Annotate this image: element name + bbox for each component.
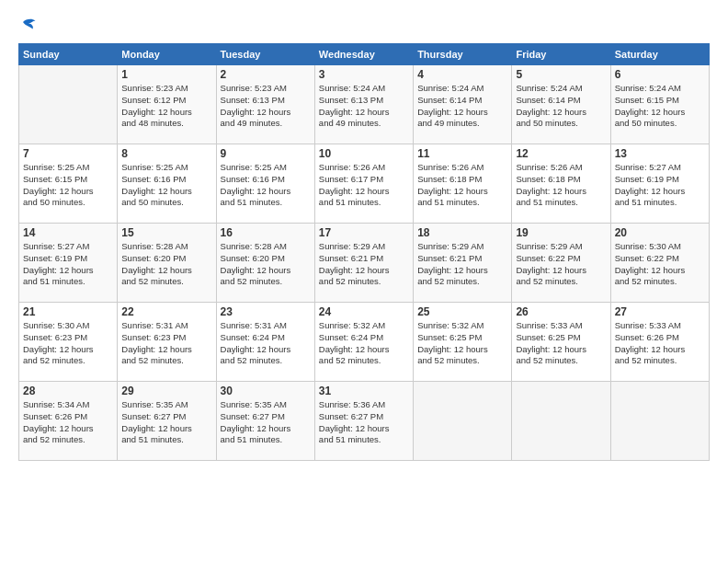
day-of-week-header: Thursday	[414, 44, 512, 65]
day-of-week-header: Sunday	[19, 44, 118, 65]
calendar-cell: 20Sunrise: 5:30 AMSunset: 6:22 PMDayligh…	[610, 224, 709, 303]
calendar-week-row: 7Sunrise: 5:25 AMSunset: 6:15 PMDaylight…	[19, 144, 710, 224]
day-number: 20	[615, 226, 705, 239]
day-detail: Sunrise: 5:32 AMSunset: 6:24 PMDaylight:…	[319, 320, 409, 367]
day-detail: Sunrise: 5:24 AMSunset: 6:14 PMDaylight:…	[417, 83, 507, 130]
calendar-cell: 4Sunrise: 5:24 AMSunset: 6:14 PMDaylight…	[414, 65, 512, 144]
calendar-cell: 24Sunrise: 5:32 AMSunset: 6:24 PMDayligh…	[314, 303, 413, 382]
day-detail: Sunrise: 5:31 AMSunset: 6:23 PMDaylight:…	[121, 320, 211, 367]
day-of-week-header: Saturday	[610, 44, 709, 65]
calendar-cell: 14Sunrise: 5:27 AMSunset: 6:19 PMDayligh…	[19, 224, 118, 303]
logo-bird-icon	[20, 17, 37, 33]
day-number: 31	[319, 385, 409, 397]
day-of-week-header: Friday	[512, 44, 610, 65]
day-detail: Sunrise: 5:24 AMSunset: 6:13 PMDaylight:…	[319, 83, 409, 130]
calendar-cell: 15Sunrise: 5:28 AMSunset: 6:20 PMDayligh…	[118, 224, 216, 303]
calendar-cell: 13Sunrise: 5:27 AMSunset: 6:19 PMDayligh…	[610, 144, 709, 224]
day-detail: Sunrise: 5:28 AMSunset: 6:20 PMDaylight:…	[121, 241, 211, 288]
calendar-cell: 27Sunrise: 5:33 AMSunset: 6:26 PMDayligh…	[610, 303, 709, 382]
day-of-week-header: Wednesday	[314, 44, 413, 65]
day-number: 17	[319, 226, 409, 239]
day-detail: Sunrise: 5:24 AMSunset: 6:15 PMDaylight:…	[615, 83, 705, 130]
calendar-body: 1Sunrise: 5:23 AMSunset: 6:12 PMDaylight…	[19, 65, 710, 461]
calendar-cell: 25Sunrise: 5:32 AMSunset: 6:25 PMDayligh…	[414, 303, 512, 382]
calendar-cell: 1Sunrise: 5:23 AMSunset: 6:12 PMDaylight…	[118, 65, 216, 144]
day-detail: Sunrise: 5:36 AMSunset: 6:27 PMDaylight:…	[319, 399, 409, 446]
day-detail: Sunrise: 5:26 AMSunset: 6:18 PMDaylight:…	[417, 162, 507, 209]
day-detail: Sunrise: 5:24 AMSunset: 6:14 PMDaylight:…	[516, 83, 606, 130]
day-detail: Sunrise: 5:23 AMSunset: 6:12 PMDaylight:…	[121, 83, 211, 130]
day-number: 8	[121, 147, 211, 160]
calendar-table: SundayMondayTuesdayWednesdayThursdayFrid…	[18, 43, 710, 461]
calendar-cell: 29Sunrise: 5:35 AMSunset: 6:27 PMDayligh…	[118, 382, 216, 461]
calendar-cell: 2Sunrise: 5:23 AMSunset: 6:13 PMDaylight…	[216, 65, 314, 144]
day-number: 7	[23, 147, 113, 160]
day-number: 13	[615, 147, 705, 160]
day-number: 16	[221, 226, 311, 239]
day-number: 3	[319, 68, 409, 81]
calendar-cell: 5Sunrise: 5:24 AMSunset: 6:14 PMDaylight…	[512, 65, 610, 144]
day-detail: Sunrise: 5:29 AMSunset: 6:22 PMDaylight:…	[516, 241, 606, 288]
day-number: 15	[121, 226, 211, 239]
calendar-week-row: 21Sunrise: 5:30 AMSunset: 6:23 PMDayligh…	[19, 303, 710, 382]
day-number: 4	[417, 68, 507, 81]
calendar-cell	[610, 382, 709, 461]
day-detail: Sunrise: 5:25 AMSunset: 6:16 PMDaylight:…	[121, 162, 211, 209]
day-number: 11	[417, 147, 507, 160]
calendar-cell: 22Sunrise: 5:31 AMSunset: 6:23 PMDayligh…	[118, 303, 216, 382]
calendar-cell: 10Sunrise: 5:26 AMSunset: 6:17 PMDayligh…	[314, 144, 413, 224]
day-detail: Sunrise: 5:34 AMSunset: 6:26 PMDaylight:…	[23, 399, 113, 446]
calendar-cell: 26Sunrise: 5:33 AMSunset: 6:25 PMDayligh…	[512, 303, 610, 382]
day-number: 19	[516, 226, 606, 239]
calendar-cell	[19, 65, 118, 144]
day-detail: Sunrise: 5:27 AMSunset: 6:19 PMDaylight:…	[23, 241, 113, 288]
day-number: 30	[221, 385, 311, 397]
calendar-cell: 16Sunrise: 5:28 AMSunset: 6:20 PMDayligh…	[216, 224, 314, 303]
day-number: 2	[221, 68, 311, 81]
day-detail: Sunrise: 5:32 AMSunset: 6:25 PMDaylight:…	[417, 320, 507, 367]
calendar-week-row: 1Sunrise: 5:23 AMSunset: 6:12 PMDaylight…	[19, 65, 710, 144]
day-detail: Sunrise: 5:28 AMSunset: 6:20 PMDaylight:…	[221, 241, 311, 288]
day-detail: Sunrise: 5:25 AMSunset: 6:16 PMDaylight:…	[221, 162, 311, 209]
days-of-week-row: SundayMondayTuesdayWednesdayThursdayFrid…	[19, 44, 710, 65]
calendar-cell	[512, 382, 610, 461]
day-number: 23	[221, 305, 311, 318]
calendar-cell: 6Sunrise: 5:24 AMSunset: 6:15 PMDaylight…	[610, 65, 709, 144]
day-detail: Sunrise: 5:35 AMSunset: 6:27 PMDaylight:…	[121, 399, 211, 446]
day-number: 25	[417, 305, 507, 318]
calendar-cell: 7Sunrise: 5:25 AMSunset: 6:15 PMDaylight…	[19, 144, 118, 224]
day-number: 9	[221, 147, 311, 160]
day-detail: Sunrise: 5:30 AMSunset: 6:22 PMDaylight:…	[615, 241, 705, 288]
day-detail: Sunrise: 5:30 AMSunset: 6:23 PMDaylight:…	[23, 320, 113, 367]
calendar-cell: 28Sunrise: 5:34 AMSunset: 6:26 PMDayligh…	[19, 382, 118, 461]
day-number: 10	[319, 147, 409, 160]
page-header	[18, 17, 710, 34]
calendar-week-row: 14Sunrise: 5:27 AMSunset: 6:19 PMDayligh…	[19, 224, 710, 303]
calendar-cell: 9Sunrise: 5:25 AMSunset: 6:16 PMDaylight…	[216, 144, 314, 224]
day-detail: Sunrise: 5:23 AMSunset: 6:13 PMDaylight:…	[221, 83, 311, 130]
day-number: 12	[516, 147, 606, 160]
day-number: 21	[23, 305, 113, 318]
calendar-cell: 17Sunrise: 5:29 AMSunset: 6:21 PMDayligh…	[314, 224, 413, 303]
calendar-cell: 12Sunrise: 5:26 AMSunset: 6:18 PMDayligh…	[512, 144, 610, 224]
day-of-week-header: Monday	[118, 44, 216, 65]
day-number: 29	[121, 385, 211, 397]
day-number: 24	[319, 305, 409, 318]
day-detail: Sunrise: 5:26 AMSunset: 6:17 PMDaylight:…	[319, 162, 409, 209]
day-detail: Sunrise: 5:33 AMSunset: 6:26 PMDaylight:…	[615, 320, 705, 367]
day-number: 22	[121, 305, 211, 318]
day-number: 6	[615, 68, 705, 81]
calendar-cell: 21Sunrise: 5:30 AMSunset: 6:23 PMDayligh…	[19, 303, 118, 382]
day-detail: Sunrise: 5:29 AMSunset: 6:21 PMDaylight:…	[319, 241, 409, 288]
day-number: 26	[516, 305, 606, 318]
day-detail: Sunrise: 5:26 AMSunset: 6:18 PMDaylight:…	[516, 162, 606, 209]
day-of-week-header: Tuesday	[216, 44, 314, 65]
calendar-cell: 11Sunrise: 5:26 AMSunset: 6:18 PMDayligh…	[414, 144, 512, 224]
calendar-cell: 18Sunrise: 5:29 AMSunset: 6:21 PMDayligh…	[414, 224, 512, 303]
day-detail: Sunrise: 5:33 AMSunset: 6:25 PMDaylight:…	[516, 320, 606, 367]
day-detail: Sunrise: 5:29 AMSunset: 6:21 PMDaylight:…	[417, 241, 507, 288]
day-detail: Sunrise: 5:25 AMSunset: 6:15 PMDaylight:…	[23, 162, 113, 209]
calendar-cell: 31Sunrise: 5:36 AMSunset: 6:27 PMDayligh…	[314, 382, 413, 461]
day-detail: Sunrise: 5:27 AMSunset: 6:19 PMDaylight:…	[615, 162, 705, 209]
calendar-week-row: 28Sunrise: 5:34 AMSunset: 6:26 PMDayligh…	[19, 382, 710, 461]
